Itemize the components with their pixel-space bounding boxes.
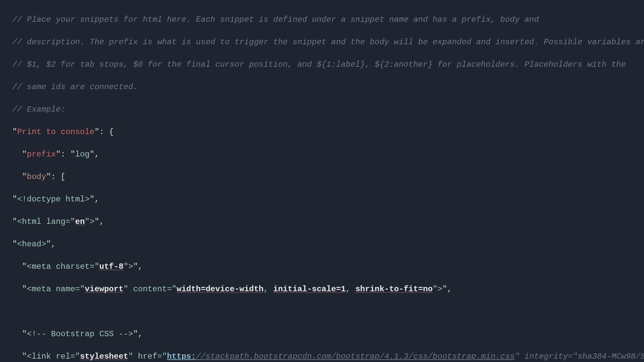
bootstrap-css-url: //stackpath.bootstrapcdn.com/bootstrap/4… bbox=[196, 352, 515, 361]
code-editor[interactable]: // Place your snippets for html here. Ea… bbox=[0, 0, 644, 362]
prefix-key: prefix bbox=[27, 150, 56, 159]
head-open: <head> bbox=[17, 240, 46, 249]
link-https: https: bbox=[167, 352, 196, 361]
rel-value: stylesheet bbox=[80, 352, 128, 361]
charset-value: utf-8 bbox=[99, 262, 123, 271]
code-line: // Example: bbox=[3, 104, 644, 115]
code-line bbox=[3, 306, 644, 317]
code-line: "<!doctype html>", bbox=[3, 194, 644, 205]
viewport-name: viewport bbox=[85, 285, 123, 294]
comment-text: // Place your snippets for html here. Ea… bbox=[3, 15, 539, 24]
code-line: // description. The prefix is what is us… bbox=[3, 37, 644, 48]
body-key: body bbox=[27, 172, 46, 181]
code-line: "<meta charset="utf-8">", bbox=[3, 261, 644, 273]
bootstrap-comment: <!-- Bootstrap CSS --> bbox=[27, 329, 133, 339]
snippet-name: Print to console bbox=[17, 127, 94, 136]
code-line: "Print to console": { bbox=[3, 126, 644, 138]
code-line: "<html lang="en">", bbox=[3, 216, 644, 228]
comment-text: // description. The prefix is what is us… bbox=[3, 38, 644, 47]
comment-text: // $1, $2 for tab stops, $0 for the fina… bbox=[3, 60, 626, 69]
prefix-value: log bbox=[75, 150, 90, 159]
comment-text: // Example: bbox=[3, 105, 65, 114]
code-line: "body": [ bbox=[3, 171, 644, 183]
code-line: // Place your snippets for html here. Ea… bbox=[3, 14, 644, 25]
code-line: // $1, $2 for tab stops, $0 for the fina… bbox=[3, 59, 644, 70]
code-line: "<head>", bbox=[3, 239, 644, 250]
code-line: "<link rel="stylesheet" href="https://st… bbox=[3, 351, 644, 362]
code-line: "prefix": "log", bbox=[3, 149, 644, 160]
doctype: <!doctype html> bbox=[17, 195, 90, 204]
code-line: // same ids are connected. bbox=[3, 81, 644, 93]
lang-attr: en bbox=[75, 217, 85, 226]
code-line: "<!-- Bootstrap CSS -->", bbox=[3, 328, 644, 340]
code-line: "<meta name="viewport" content="width=de… bbox=[3, 284, 644, 295]
comment-text: // same ids are connected. bbox=[3, 82, 138, 92]
